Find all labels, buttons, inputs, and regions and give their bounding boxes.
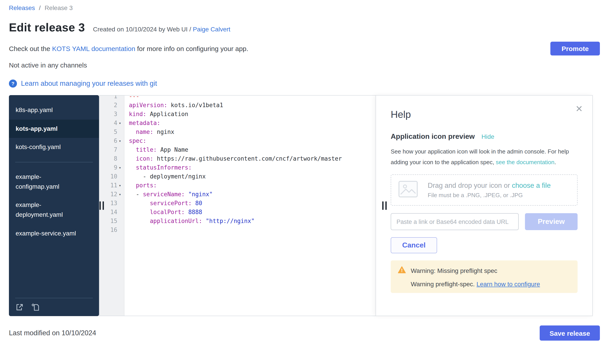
description-period: . (554, 159, 556, 165)
line-number: 12 (110, 190, 117, 199)
sidebar-file-kots-config-yaml[interactable]: kots-config.yaml (9, 138, 99, 157)
help-resize-handle[interactable] (382, 201, 387, 210)
icon-preview-header: Application icon preview Hide (391, 132, 578, 141)
sidebar-file-k8s-app-yaml[interactable]: k8s-app.yaml (9, 101, 99, 119)
line-number: 14 (110, 208, 117, 217)
line-number: 16 (110, 226, 117, 235)
code-line-10[interactable]: - deployment/nginx (124, 172, 376, 181)
line-number: 11 (110, 181, 117, 190)
code-line-15[interactable]: applicationUrl: "http://nginx" (124, 217, 376, 226)
preview-button[interactable]: Preview (525, 213, 578, 230)
learn-configure-link[interactable]: Learn how to configure (476, 280, 540, 287)
breadcrumb-releases-link[interactable]: Releases (9, 4, 35, 11)
line-number: 2 (114, 101, 117, 110)
gutter-line-4[interactable]: 4▾ (99, 119, 124, 128)
line-number: 4 (114, 119, 117, 128)
icon-dropzone[interactable]: Drag and drop your icon or choose a file… (391, 175, 578, 206)
line-number: 3 (114, 110, 117, 119)
code-line-3[interactable]: kind: Application (124, 110, 376, 119)
sidebar-divider (15, 162, 93, 162)
code-line-5[interactable]: name: nginx (124, 128, 376, 137)
code-line-13[interactable]: servicePort: 80 (124, 199, 376, 208)
code-line-14[interactable]: localPort: 8888 (124, 208, 376, 217)
upload-file-icon[interactable] (15, 303, 24, 312)
save-release-button[interactable]: Save release (540, 325, 600, 341)
sidebar-resize-handle[interactable] (99, 201, 104, 210)
gutter-line-7[interactable]: 7 (99, 145, 124, 154)
close-icon[interactable]: × (576, 103, 582, 114)
fold-arrow-icon[interactable]: ▾ (117, 163, 123, 172)
code-line-2[interactable]: apiVersion: kots.io/v1beta1 (124, 101, 376, 110)
code-line-12[interactable]: - serviceName: "nginx" (124, 190, 376, 199)
created-text: Created on 10/10/2024 by Web UI / (93, 26, 193, 33)
code-line-11[interactable]: ports: (124, 181, 376, 190)
gutter-line-2[interactable]: 2 (99, 101, 124, 110)
warning-text-2: Warning preflight-spec. (411, 280, 476, 287)
cancel-button[interactable]: Cancel (391, 237, 437, 253)
gutter-line-6[interactable]: 6▾ (99, 137, 124, 145)
code-line-16[interactable] (124, 226, 376, 235)
gutter-line-16[interactable]: 16 (99, 226, 124, 235)
line-number: 6 (114, 137, 117, 145)
file-sidebar: k8s-app.yamlkots-app.yamlkots-config.yam… (9, 95, 99, 316)
gutter-line-9[interactable]: 9▾ (99, 163, 124, 172)
breadcrumb-separator: / (39, 4, 41, 11)
line-number: 15 (110, 217, 117, 226)
line-number: 5 (114, 128, 117, 137)
dropzone-text: Drag and drop your icon or choose a file… (428, 182, 551, 199)
yaml-editor[interactable]: 1234▾56▾789▾1011▾12▾13141516 ---apiVersi… (99, 95, 376, 316)
icon-url-row: Preview (391, 213, 578, 230)
code-line-8[interactable]: icon: https://raw.githubusercontent.com/… (124, 154, 376, 163)
editor-code-area[interactable]: ---apiVersion: kots.io/v1beta1kind: Appl… (124, 96, 376, 316)
code-line-7[interactable]: title: App Name (124, 145, 376, 154)
new-file-icon[interactable] (31, 303, 40, 312)
warning-triangle-icon (398, 266, 406, 275)
icon-url-input[interactable] (391, 213, 519, 230)
fold-arrow-icon[interactable]: ▾ (117, 190, 123, 199)
fold-arrow-icon[interactable]: ▾ (117, 119, 123, 128)
image-placeholder-icon (398, 181, 418, 199)
sidebar-file-example-deployment-yaml[interactable]: example-deployment.yaml (9, 196, 99, 224)
line-number: 13 (110, 199, 117, 208)
code-line-6[interactable]: spec: (124, 137, 376, 145)
hide-link[interactable]: Hide (481, 133, 494, 140)
warning-line-1: Warning: Missing preflight spec (398, 266, 570, 275)
sidebar-file-kots-app-yaml[interactable]: kots-app.yaml (9, 119, 99, 138)
line-number: 8 (114, 154, 117, 163)
code-line-1[interactable]: --- (124, 96, 376, 101)
gutter-line-11[interactable]: 11▾ (99, 181, 124, 190)
dropzone-instruction-text: Drag and drop your icon or (428, 182, 512, 189)
choose-file-link[interactable]: choose a file (512, 182, 551, 189)
line-number: 1 (114, 96, 117, 101)
icon-preview-description: See how your application icon will look … (391, 146, 571, 168)
question-mark-icon: ? (9, 79, 17, 88)
gutter-line-10[interactable]: 10 (99, 172, 124, 181)
line-number: 7 (114, 145, 117, 154)
promote-button[interactable]: Promote (550, 42, 600, 55)
channel-status: Not active in any channels (9, 61, 603, 69)
code-line-9[interactable]: statusInformers: (124, 163, 376, 172)
dropzone-filetypes: File must be a .PNG, .JPEG, or .JPG (428, 192, 551, 199)
breadcrumb: Releases / Release 3 (9, 4, 603, 11)
sidebar-file-example-configmap-yaml[interactable]: example-configmap.yaml (9, 168, 99, 196)
warning-text: Warning: Missing preflight spec (411, 267, 497, 274)
gutter-line-5[interactable]: 5 (99, 128, 124, 137)
kots-docs-link[interactable]: KOTS YAML documentation (52, 45, 135, 52)
gutter-line-8[interactable]: 8 (99, 154, 124, 163)
created-by-link[interactable]: Paige Calvert (193, 26, 230, 33)
see-documentation-link[interactable]: see the documentation (496, 159, 554, 165)
git-help-link[interactable]: Learn about managing your releases with … (21, 79, 157, 88)
editor-code-lines: ---apiVersion: kots.io/v1beta1kind: Appl… (124, 96, 376, 235)
gutter-line-1[interactable]: 1 (99, 96, 124, 101)
code-line-4[interactable]: metadata: (124, 119, 376, 128)
workspace: k8s-app.yamlkots-app.yamlkots-config.yam… (9, 95, 600, 316)
sidebar-file-example-service-yaml[interactable]: example-service.yaml (9, 224, 99, 243)
file-group-1: k8s-app.yamlkots-app.yamlkots-config.yam… (9, 101, 99, 157)
page-title: Edit release 3 (9, 21, 85, 34)
gutter-line-3[interactable]: 3 (99, 110, 124, 119)
fold-arrow-icon[interactable]: ▾ (117, 137, 123, 145)
gutter-line-12[interactable]: 12▾ (99, 190, 124, 199)
fold-arrow-icon[interactable]: ▾ (117, 181, 123, 190)
dropzone-instruction: Drag and drop your icon or choose a file (428, 182, 551, 189)
gutter-line-15[interactable]: 15 (99, 217, 124, 226)
